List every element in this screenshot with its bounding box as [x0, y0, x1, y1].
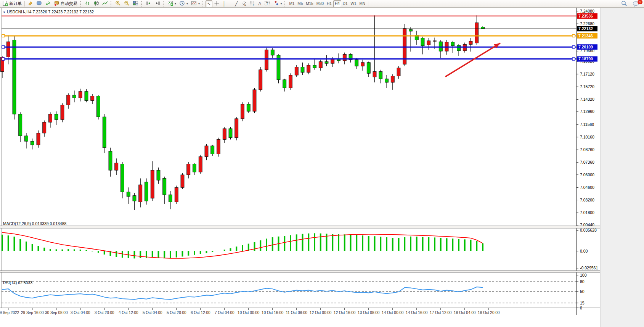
- auto-scroll-button[interactable]: [144, 0, 153, 7]
- group-grip: [284, 1, 286, 6]
- timeframe-d1-button[interactable]: D1: [341, 0, 349, 7]
- svg-text:7.08760: 7.08760: [580, 147, 594, 152]
- svg-text:5 Oct 20:00: 5 Oct 20:00: [167, 311, 186, 315]
- bar-chart-button[interactable]: [83, 0, 92, 7]
- search-button[interactable]: [620, 0, 629, 7]
- notification-badge: 1: [637, 0, 643, 5]
- svg-text:7.03200: 7.03200: [580, 198, 594, 202]
- svg-text:E: E: [244, 3, 246, 6]
- profiles-button[interactable]: [35, 0, 43, 7]
- cursor-tool-button[interactable]: ↖: [206, 0, 212, 7]
- svg-text:7.11560: 7.11560: [580, 122, 594, 127]
- indicators-button[interactable]: ▾: [166, 0, 178, 7]
- svg-text:7.17120: 7.17120: [580, 72, 594, 76]
- channel-tool-button[interactable]: E: [239, 0, 248, 7]
- svg-text:18 Oct 20:00: 18 Oct 20:00: [478, 311, 500, 315]
- svg-text:18 Oct 04:00: 18 Oct 04:00: [454, 311, 476, 315]
- svg-text:0.035628: 0.035628: [580, 228, 597, 232]
- svg-text:30 Sep 08:00: 30 Sep 08:00: [45, 311, 68, 315]
- vline-tool-button[interactable]: │: [221, 0, 227, 7]
- timeframe-m5-button[interactable]: M5: [296, 0, 304, 7]
- zoom-in-button[interactable]: [114, 0, 122, 7]
- timeframe-h4-button[interactable]: H4: [333, 0, 341, 7]
- pane-separators[interactable]: [0, 226, 600, 308]
- shapes-icon: [273, 0, 279, 7]
- svg-text:29 Sep 16:00: 29 Sep 16:00: [21, 311, 44, 315]
- new-order-icon: [2, 0, 8, 7]
- candlestick-series: [1, 15, 485, 210]
- svg-text:7.07360: 7.07360: [580, 160, 594, 164]
- hline-tool-button[interactable]: ─: [227, 0, 234, 7]
- arrows-tool-button[interactable]: ▾: [271, 0, 283, 7]
- templates-button[interactable]: ▾: [190, 0, 201, 7]
- svg-text:7.22680: 7.22680: [580, 21, 594, 26]
- group-grip: [163, 1, 165, 6]
- chart-shift-button[interactable]: [153, 0, 162, 7]
- svg-text:80: 80: [580, 279, 585, 284]
- mt4-window: 新订单 自动交易 ▾ ▾ ▾ ↖ │ ─ ╱ E F A T ▾: [0, 0, 644, 327]
- autotrading-icon: [54, 0, 59, 7]
- svg-text:29 Sep 2022: 29 Sep 2022: [0, 311, 19, 315]
- tile-windows-button[interactable]: [131, 0, 140, 7]
- svg-text:6 Oct 12:00: 6 Oct 12:00: [191, 311, 210, 315]
- candle-chart-button[interactable]: [92, 0, 101, 7]
- trend-arrow-annotation[interactable]: [445, 43, 500, 77]
- new-order-button[interactable]: 新订单: [1, 0, 23, 7]
- crosshair-icon: [214, 0, 220, 7]
- svg-text:14 Oct 16:00: 14 Oct 16:00: [406, 311, 428, 315]
- svg-text:13 Oct 08:00: 13 Oct 08:00: [358, 311, 380, 315]
- timeframe-h1-button[interactable]: H1: [325, 0, 333, 7]
- timeframe-label: H1: [327, 2, 332, 6]
- clock-icon: [179, 0, 185, 7]
- timeframe-label: W1: [351, 2, 357, 6]
- zoom-out-button[interactable]: [122, 0, 131, 7]
- timeframe-w1-button[interactable]: W1: [349, 0, 358, 7]
- line-chart-button[interactable]: [101, 0, 109, 7]
- dropdown-caret: ▾: [186, 2, 188, 5]
- timeframe-label: M15: [306, 2, 313, 6]
- crosshair-tool-button[interactable]: [212, 0, 221, 7]
- separator: [368, 1, 368, 6]
- horizontal-line-objects[interactable]: [2, 2, 577, 60]
- svg-text:12 Oct 00:00: 12 Oct 00:00: [310, 311, 332, 315]
- svg-text:7.20109: 7.20109: [578, 45, 593, 49]
- styles-button[interactable]: [26, 0, 35, 7]
- chart-shift-icon: [154, 0, 160, 7]
- timeframe-mn-button[interactable]: MN: [358, 0, 367, 7]
- label-tool-button[interactable]: T: [263, 0, 271, 7]
- notifications-button[interactable]: 1: [631, 0, 641, 7]
- timeframe-m15-button[interactable]: M15: [304, 0, 315, 7]
- fibonacci-tool-button[interactable]: F: [248, 0, 257, 7]
- timeframe-m30-button[interactable]: M30: [315, 0, 325, 7]
- svg-text:7.04600: 7.04600: [580, 185, 594, 190]
- bar-chart-icon: [85, 0, 90, 7]
- trendline-tool-button[interactable]: ╱: [233, 0, 239, 7]
- autotrading-label: 自动交易: [61, 1, 77, 6]
- autotrading-button[interactable]: 自动交易: [52, 0, 79, 7]
- timeframe-m1-button[interactable]: M1: [287, 0, 296, 7]
- svg-text:0: 0: [580, 306, 582, 310]
- fibonacci-icon: F: [249, 0, 255, 7]
- svg-text:12 Oct 16:00: 12 Oct 16:00: [334, 311, 356, 315]
- svg-text:-0.029561: -0.029561: [580, 266, 598, 270]
- svg-text:7.06000: 7.06000: [580, 172, 594, 177]
- rsi-pane: 1008050150: [2, 273, 587, 310]
- periods-button[interactable]: ▾: [178, 0, 190, 7]
- svg-text:7.22132: 7.22132: [578, 26, 593, 31]
- macd-pane: 0.0356280.00-0.029561: [2, 228, 598, 270]
- dropdown-caret: ▾: [198, 2, 200, 5]
- label-icon: T: [264, 0, 270, 7]
- timeframe-label: M30: [316, 2, 324, 6]
- timeframe-label: H4: [335, 2, 340, 6]
- monitor-icon: [36, 0, 42, 7]
- text-tool-button[interactable]: A: [257, 0, 263, 7]
- market-watch-button[interactable]: [43, 0, 52, 7]
- price-axis[interactable]: 7.240807.226807.196607.185207.171207.157…: [577, 1, 597, 227]
- svg-text:7.14320: 7.14320: [580, 97, 594, 101]
- time-axis[interactable]: 29 Sep 202229 Sep 16:0030 Sep 08:003 Oct…: [0, 308, 500, 315]
- brush-icon: [27, 0, 33, 7]
- price-chart-canvas[interactable]: 7.240807.226807.196607.185207.171207.157…: [0, 0, 644, 319]
- signal-icon: [45, 0, 51, 7]
- channel-icon: E: [241, 0, 246, 7]
- horizontal-line-icon: ─: [229, 2, 232, 6]
